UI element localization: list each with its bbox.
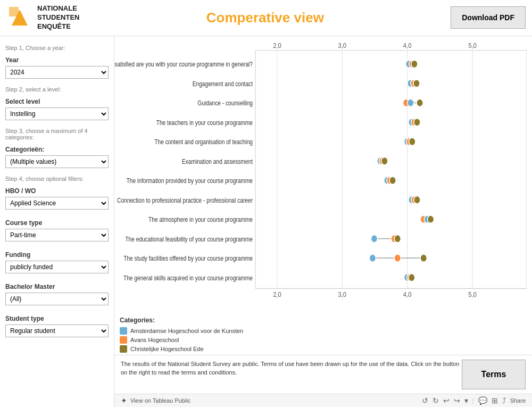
svg-text:The atmosphere in your course : The atmosphere in your course programme (148, 216, 253, 223)
tableau-controls: ↺ ↻ ↩ ↪ ▾ | 💬 ⊞ ⤴ Share (422, 396, 526, 405)
svg-point-66 (420, 254, 427, 262)
svg-text:The content and organisation o: The content and organisation of teaching (154, 138, 253, 145)
download-pdf-button[interactable]: Download PDF (451, 6, 526, 29)
header: NATIONALE STUDENTEN ENQUÊTE Comperative … (0, 0, 532, 36)
chart-area: 2,0 3,0 4,0 5,0 How satisfied are you wi… (114, 36, 532, 314)
svg-text:Connection to professional pra: Connection to professional practice - pr… (117, 196, 253, 203)
legend: Categories: Amsterdamse Hogeschool voor … (114, 314, 532, 355)
tableau-logo-area: ✦ View on Tableau Public (121, 396, 190, 405)
step1-label: Step 1, Choose a year: (5, 45, 109, 51)
legend-label-1: Amsterdamse Hogeschool voor de Kunsten (130, 328, 243, 334)
svg-point-32 (414, 118, 420, 126)
svg-text:5,0: 5,0 (468, 41, 477, 49)
step2-label: Step 2, select a level: (5, 86, 109, 93)
svg-text:3,0: 3,0 (338, 41, 347, 49)
share-icon[interactable]: ⤴ (502, 396, 506, 405)
svg-text:The information provided by yo: The information provided by your course … (127, 177, 253, 184)
svg-point-56 (427, 215, 434, 223)
step3-label: Step 3, choose a maximum of 4 categories… (5, 128, 109, 140)
svg-text:3,0: 3,0 (338, 290, 347, 298)
svg-text:Engagement and contact: Engagement and contact (193, 80, 253, 87)
svg-text:Examination and assessment: Examination and assessment (182, 157, 253, 164)
divider: | (472, 397, 474, 404)
svg-text:Guidance - counselling: Guidance - counselling (197, 99, 253, 106)
page-title: Comperative view (79, 10, 451, 26)
dropdown-icon[interactable]: ▾ (464, 396, 468, 405)
redo-icon[interactable]: ↻ (433, 396, 439, 405)
funding-label: Funding (5, 251, 109, 259)
svg-point-64 (369, 254, 376, 262)
level-select[interactable]: InstellingOpleiding (5, 107, 109, 120)
legend-items: Amsterdamse Hogeschool voor de Kunsten A… (120, 327, 527, 353)
expand-icon[interactable]: ⊞ (492, 396, 498, 405)
svg-point-17 (411, 60, 418, 68)
svg-rect-1 (9, 7, 19, 16)
list-item: Avans Hogeschool (120, 336, 527, 344)
svg-point-65 (394, 254, 401, 262)
back-icon[interactable]: ↩ (443, 396, 450, 405)
logo-text: NATIONALE STUDENTEN ENQUÊTE (37, 4, 79, 31)
bachelor-master-label: Bachelor Master (5, 283, 109, 290)
legend-label-3: Christelijke Hogeschool Ede (130, 346, 204, 352)
select-level-label: Select level (5, 98, 109, 105)
comment-icon[interactable]: 💬 (478, 396, 487, 405)
forward-icon[interactable]: ↪ (454, 396, 460, 405)
svg-point-59 (371, 235, 377, 243)
footer: The results of the National Student Surv… (114, 355, 532, 394)
svg-point-46 (389, 177, 396, 185)
funding-select[interactable]: publicly fundedprivately fundedAll (5, 261, 109, 273)
svg-text:5,0: 5,0 (468, 290, 477, 298)
terms-button[interactable]: Terms (462, 360, 526, 389)
step4-label: Step 4, choose optional filters: (5, 176, 109, 182)
svg-point-51 (414, 196, 420, 204)
student-type-select[interactable]: Regular studentExchange studentAll (5, 324, 109, 337)
legend-title: Categories: (120, 317, 527, 324)
svg-text:The educational feasibility of: The educational feasibility of your cour… (125, 235, 253, 242)
svg-point-37 (409, 138, 415, 146)
categories-label: Categorieën: (5, 146, 109, 153)
share-label[interactable]: Share (510, 397, 526, 404)
tableau-label[interactable]: View on Tableau Public (130, 397, 190, 404)
sidebar: Step 1, Choose a year: Year 202420232022… (0, 36, 114, 407)
legend-label-2: Avans Hogeschool (130, 337, 179, 343)
svg-text:The teachers in your course pr: The teachers in your course programme (156, 119, 253, 126)
student-type-label: Student type (5, 315, 109, 322)
svg-text:4,0: 4,0 (403, 290, 412, 298)
legend-color-2 (120, 336, 127, 344)
svg-point-41 (381, 157, 388, 165)
legend-color-3 (120, 345, 127, 353)
list-item: Amsterdamse Hogeschool voor de Kunsten (120, 327, 527, 335)
categories-select[interactable]: (Multiple values) (5, 155, 109, 168)
svg-point-26 (408, 99, 414, 107)
list-item: Christelijke Hogeschool Ede (120, 345, 527, 353)
chart-svg: 2,0 3,0 4,0 5,0 How satisfied are you wi… (114, 36, 527, 314)
chart-panel: 2,0 3,0 4,0 5,0 How satisfied are you wi… (114, 36, 532, 407)
tableau-icon: ✦ (121, 396, 127, 405)
footer-text: The results of the National Student Surv… (121, 360, 462, 377)
legend-color-1 (120, 327, 127, 335)
year-select[interactable]: 202420232022 (5, 66, 109, 79)
svg-text:The general skills acquired in: The general skills acquired in your cour… (123, 274, 253, 281)
bachelor-master-select[interactable]: (All)BachelorMaster (5, 293, 109, 305)
year-label: Year (5, 56, 109, 64)
svg-text:2,0: 2,0 (273, 290, 281, 298)
svg-point-61 (394, 235, 401, 243)
svg-text:How satisfied are you with you: How satisfied are you with your course p… (114, 61, 253, 68)
svg-text:4,0: 4,0 (403, 41, 412, 49)
undo-icon[interactable]: ↺ (422, 396, 428, 405)
course-type-select[interactable]: Part-timeFull-timeAll (5, 229, 109, 242)
logo-icon (6, 4, 33, 31)
hbo-wo-label: HBO / WO (5, 187, 109, 195)
svg-point-22 (413, 79, 420, 87)
logo: NATIONALE STUDENTEN ENQUÊTE (6, 4, 79, 31)
svg-text:The study facilities offered b: The study facilities offered by your cou… (123, 255, 253, 262)
svg-point-27 (417, 99, 423, 107)
tableau-bar: ✦ View on Tableau Public ↺ ↻ ↩ ↪ ▾ | 💬 ⊞… (114, 394, 532, 407)
svg-text:2,0: 2,0 (273, 41, 281, 49)
svg-point-70 (409, 273, 415, 281)
hbo-wo-select[interactable]: Applied ScienceUniversityAll (5, 197, 109, 210)
course-type-label: Course type (5, 219, 109, 227)
main-content: Step 1, Choose a year: Year 202420232022… (0, 36, 532, 407)
